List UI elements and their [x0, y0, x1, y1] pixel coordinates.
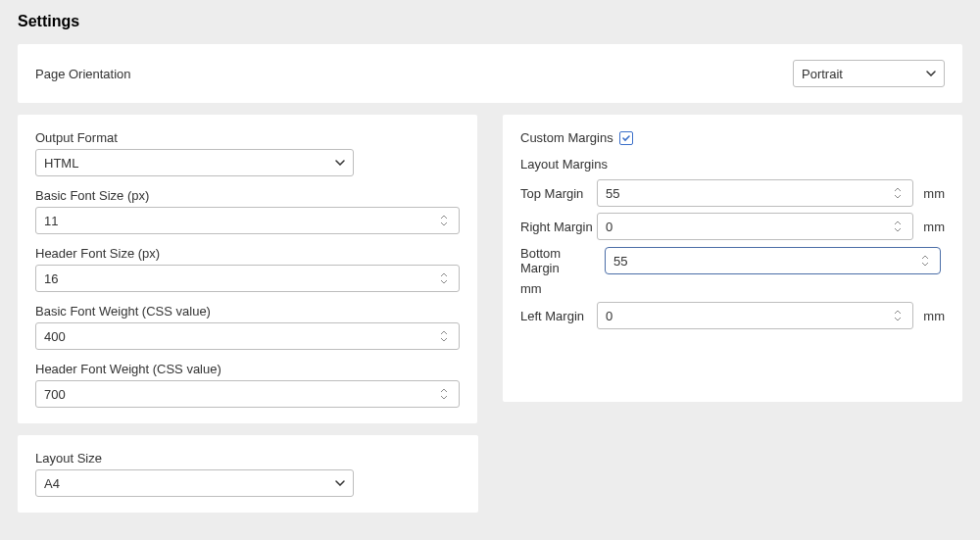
stepper-icon — [891, 307, 905, 324]
stepper-icon — [437, 212, 451, 229]
output-format-value: HTML — [44, 156, 78, 171]
output-format-select[interactable]: HTML — [35, 149, 354, 176]
stepper-icon — [437, 327, 451, 345]
left-margin-input[interactable]: 0 — [597, 302, 913, 329]
basic-font-size-label: Basic Font Size (px) — [35, 188, 460, 203]
basic-font-size-value: 11 — [44, 214, 58, 228]
chevron-down-icon — [335, 478, 345, 488]
basic-font-weight-value: 400 — [44, 329, 66, 344]
output-format-label: Output Format — [35, 130, 460, 145]
layout-size-value: A4 — [44, 476, 60, 491]
orientation-value: Portrait — [802, 67, 843, 81]
header-font-weight-value: 700 — [44, 387, 66, 402]
stepper-icon — [891, 184, 905, 202]
chevron-down-icon — [335, 158, 345, 168]
bottom-margin-unit: mm — [520, 281, 945, 296]
left-margin-unit: mm — [915, 309, 945, 323]
stepper-icon — [891, 218, 905, 235]
left-margin-value: 0 — [606, 309, 612, 323]
layout-size-select[interactable]: A4 — [35, 469, 354, 497]
right-margin-input[interactable]: 0 — [597, 213, 913, 240]
top-margin-value: 55 — [606, 186, 619, 201]
chevron-down-icon — [926, 69, 936, 78]
left-margin-label: Left Margin — [520, 309, 595, 323]
layout-margins-label: Layout Margins — [520, 157, 945, 172]
stepper-icon — [437, 270, 451, 287]
bottom-margin-label: Bottom Margin — [520, 246, 603, 275]
layout-size-label: Layout Size — [35, 451, 461, 466]
orientation-select[interactable]: Portrait — [793, 60, 945, 87]
top-margin-unit: mm — [915, 186, 945, 201]
top-margin-input[interactable]: 55 — [597, 179, 913, 207]
format-panel: Output Format HTML Basic Font Size (px) … — [18, 115, 477, 423]
header-font-weight-label: Header Font Weight (CSS value) — [35, 362, 460, 376]
right-margin-label: Right Margin — [520, 220, 595, 234]
stepper-icon — [918, 252, 932, 270]
margins-panel: Custom Margins Layout Margins Top Margin… — [503, 115, 962, 402]
header-font-weight-input[interactable]: 700 — [35, 380, 460, 408]
layout-size-panel: Layout Size A4 — [18, 435, 478, 513]
basic-font-size-input[interactable]: 11 — [35, 207, 460, 234]
orientation-label: Page Orientation — [35, 67, 131, 81]
bottom-margin-input[interactable]: 55 — [605, 247, 941, 274]
header-font-size-value: 16 — [44, 271, 58, 286]
page-title: Settings — [0, 0, 980, 38]
basic-font-weight-label: Basic Font Weight (CSS value) — [35, 304, 460, 319]
custom-margins-checkbox[interactable] — [619, 131, 633, 145]
top-margin-label: Top Margin — [520, 186, 595, 201]
custom-margins-label: Custom Margins — [520, 130, 613, 145]
basic-font-weight-input[interactable]: 400 — [35, 322, 460, 350]
right-margin-value: 0 — [606, 220, 612, 234]
header-font-size-label: Header Font Size (px) — [35, 246, 460, 261]
right-margin-unit: mm — [915, 220, 945, 234]
orientation-panel: Page Orientation Portrait — [18, 44, 962, 103]
bottom-margin-value: 55 — [613, 254, 627, 269]
header-font-size-input[interactable]: 16 — [35, 265, 460, 292]
stepper-icon — [437, 385, 451, 403]
